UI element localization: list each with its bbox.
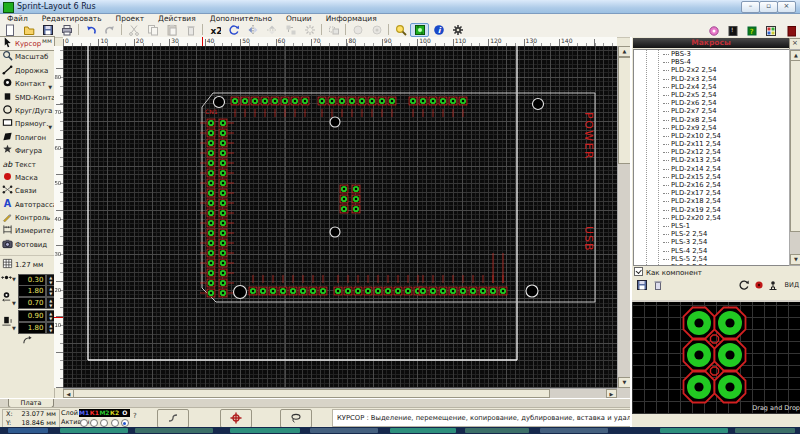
macro-item[interactable]: PLD-2x12 2,54 bbox=[634, 148, 790, 156]
redo-button[interactable] bbox=[100, 23, 119, 37]
tool-mask[interactable]: Маска bbox=[0, 171, 54, 184]
as-component-checkbox[interactable] bbox=[634, 267, 643, 276]
layer-2-radio[interactable] bbox=[90, 419, 98, 427]
settings-button[interactable] bbox=[448, 23, 467, 37]
macro-stamp-button[interactable] bbox=[766, 279, 779, 291]
taskbar-window-thumbnail[interactable] bbox=[60, 428, 128, 433]
menu-item-5[interactable]: Опции bbox=[279, 14, 319, 23]
macro-item[interactable]: PLD-2x8 2,54 bbox=[634, 116, 790, 124]
taskbar-window-thumbnail[interactable] bbox=[310, 428, 378, 433]
taskbar-window-thumbnail[interactable] bbox=[230, 428, 300, 433]
layer-5-label[interactable]: О bbox=[120, 409, 130, 417]
macro-pink-button[interactable] bbox=[704, 24, 723, 38]
menu-item-1[interactable]: Редактировать bbox=[35, 14, 109, 23]
rotate-button[interactable] bbox=[224, 23, 243, 37]
pad-outer-value[interactable]: 1.80 bbox=[18, 285, 46, 297]
lasso-button[interactable] bbox=[280, 409, 312, 428]
undo-button[interactable] bbox=[81, 23, 100, 37]
duplicate-x2-button[interactable]: x2 bbox=[205, 23, 224, 37]
taskbar-window-thumbnail[interactable] bbox=[540, 428, 608, 433]
new-button[interactable] bbox=[0, 23, 19, 37]
solder-mask-2-button[interactable] bbox=[367, 23, 386, 37]
macro-item[interactable]: PLS-1 bbox=[634, 222, 790, 230]
macro-item[interactable]: PLD-2x14 2,54 bbox=[634, 165, 790, 173]
pad-hole-value[interactable]: 0.70 bbox=[18, 297, 46, 309]
tool-smd[interactable]: SMD-Контакт bbox=[0, 91, 54, 104]
macro-item[interactable]: PLS-4 2,54 bbox=[634, 247, 790, 255]
align-button[interactable] bbox=[281, 23, 300, 37]
paste-button[interactable] bbox=[162, 23, 181, 37]
info-button[interactable]: i bbox=[429, 23, 448, 37]
layer-1-radio[interactable] bbox=[80, 419, 88, 427]
macro-item[interactable]: PBS-3 bbox=[634, 50, 790, 58]
swap-sizes-button[interactable] bbox=[1, 335, 54, 347]
layer-3-radio[interactable] bbox=[100, 419, 108, 427]
macro-item[interactable]: PLS-5 2,54 bbox=[634, 255, 790, 263]
macro-item[interactable]: PLS-3 2,54 bbox=[634, 238, 790, 246]
macro-item[interactable]: PLD-2x15 2,54 bbox=[634, 173, 790, 181]
menu-item-0[interactable]: Файл bbox=[0, 14, 35, 23]
scroll-right-arrow[interactable]: ▶ bbox=[606, 389, 617, 398]
tool-circle[interactable]: Круг/Дуга bbox=[0, 104, 54, 117]
menu-item-4[interactable]: Дополнительно bbox=[203, 14, 279, 23]
solder-mask-1-button[interactable] bbox=[348, 23, 367, 37]
maximize-button[interactable]: ▫ bbox=[759, 1, 778, 13]
tool-auto[interactable]: AАвтотрасса bbox=[0, 198, 54, 211]
macro-item[interactable]: PLD-2x6 2,54 bbox=[634, 99, 790, 107]
layer-4-radio[interactable] bbox=[111, 419, 119, 427]
edge-red-button[interactable] bbox=[780, 24, 799, 38]
board-view-button[interactable] bbox=[410, 23, 429, 37]
tool-text[interactable]: abТекст bbox=[0, 158, 54, 171]
macro-item[interactable]: PLD-2x4 2,54 bbox=[634, 83, 790, 91]
zoom-button[interactable] bbox=[391, 23, 410, 37]
smd-size-dropdown[interactable]: ▼ bbox=[12, 325, 16, 331]
taskbar-window-thumbnail[interactable] bbox=[660, 428, 728, 433]
save-button[interactable] bbox=[38, 23, 57, 37]
menu-item-6[interactable]: Информация bbox=[319, 14, 384, 23]
group-button[interactable] bbox=[324, 23, 343, 37]
tool-connect[interactable]: Связи bbox=[0, 184, 54, 197]
macro-item[interactable]: PLD-2x17 2,54 bbox=[634, 189, 790, 197]
tool-rect[interactable]: Прямоуг.▼ bbox=[0, 117, 54, 130]
layer-4-label[interactable]: К2 bbox=[110, 409, 120, 417]
cut-button[interactable] bbox=[124, 23, 143, 37]
mirror-horizontal-button[interactable] bbox=[243, 23, 262, 37]
macro-pad-button[interactable] bbox=[752, 279, 765, 291]
macro-scroll-down[interactable]: ▼ bbox=[790, 254, 800, 265]
macro-list-scrollbar[interactable]: ▲ ▼ bbox=[789, 49, 800, 266]
menu-item-2[interactable]: Проект bbox=[109, 14, 152, 23]
tool-pad[interactable]: Контакт▼ bbox=[0, 77, 54, 90]
pad-size-dropdown[interactable]: ▼ bbox=[12, 300, 16, 306]
macro-preview[interactable]: Drag and Drop bbox=[632, 300, 800, 414]
delete-button[interactable] bbox=[181, 23, 200, 37]
tool-form[interactable]: Фигура bbox=[0, 144, 54, 157]
macro-save-button[interactable] bbox=[635, 279, 648, 291]
vertical-scrollbar[interactable]: ▲ ▼ bbox=[617, 46, 631, 388]
hscroll-thumb[interactable] bbox=[73, 389, 550, 398]
macro-item[interactable]: PLS-6 2,54 bbox=[634, 263, 790, 266]
tool-track[interactable]: Дорожка bbox=[0, 64, 54, 77]
macro-scroll-thumb[interactable] bbox=[790, 60, 800, 232]
taskbar-window-thumbnail[interactable] bbox=[465, 428, 529, 433]
macro-item[interactable]: PLD-2x18 2,54 bbox=[634, 197, 790, 205]
tool-photo[interactable]: Фотовид bbox=[0, 238, 54, 251]
copy-button[interactable] bbox=[143, 23, 162, 37]
macro-item[interactable]: PLD-2x10 2,54 bbox=[634, 132, 790, 140]
tool-control[interactable]: Контроль bbox=[0, 211, 54, 224]
pcb-canvas[interactable]: POWERUSBCN1 bbox=[63, 46, 617, 388]
layer-5-radio[interactable] bbox=[121, 419, 129, 427]
smd-height-value[interactable]: 1.80 bbox=[18, 322, 46, 334]
macro-item[interactable]: PLD-2x16 2,54 bbox=[634, 181, 790, 189]
macro-item[interactable]: PLD-2x7 2,54 bbox=[634, 107, 790, 115]
macro-item[interactable]: PLD-2x11 2,54 bbox=[634, 140, 790, 148]
minimize-button[interactable]: – bbox=[741, 1, 760, 13]
as-component-row[interactable]: Как компонент bbox=[634, 267, 702, 276]
pad-crosshair-button[interactable] bbox=[220, 409, 252, 428]
track-mode-button[interactable] bbox=[157, 409, 189, 428]
layer-3-label[interactable]: М2 bbox=[99, 409, 109, 417]
macro-item[interactable]: PLD-2x5 2,54 bbox=[634, 91, 790, 99]
macro-delete-button[interactable] bbox=[651, 279, 664, 291]
layer-1-label[interactable]: М1 bbox=[79, 409, 89, 417]
macro-item[interactable]: PLD-2x19 2,54 bbox=[634, 206, 790, 214]
mirror-vertical-button[interactable] bbox=[262, 23, 281, 37]
